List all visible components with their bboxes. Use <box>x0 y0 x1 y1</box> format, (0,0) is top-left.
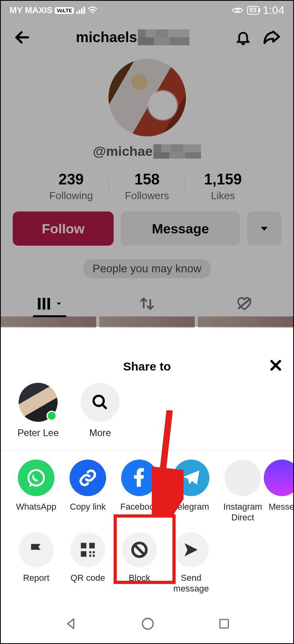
messenger-label: Messenger <box>269 502 292 512</box>
notifications-button[interactable] <box>234 28 253 47</box>
svg-rect-11 <box>93 551 95 553</box>
tab-liked-hidden[interactable] <box>196 291 293 316</box>
status-bar: MY MAXIS VoLTE 93 1:04 <box>1 1 293 20</box>
share-messenger[interactable]: Messenger <box>269 460 292 523</box>
wifi-icon <box>87 6 98 15</box>
eye-icon <box>232 6 243 14</box>
more-contacts-button[interactable]: More <box>76 383 124 438</box>
carrier-label: MY MAXIS <box>10 5 52 16</box>
share-apps-row: WhatsApp Copy link Facebook Telegram Ins… <box>1 451 293 529</box>
svg-point-16 <box>143 619 153 629</box>
svg-rect-4 <box>47 298 50 309</box>
report-button[interactable]: Report <box>10 532 62 594</box>
facebook-label: Facebook <box>114 502 165 512</box>
page-title: michaels <box>76 29 190 46</box>
profile-name-text: michaels <box>76 29 137 46</box>
contact-avatar <box>19 383 58 422</box>
svg-rect-17 <box>220 619 228 628</box>
block-button[interactable]: Block <box>114 532 165 594</box>
block-icon <box>122 532 157 567</box>
search-icon <box>81 383 120 422</box>
share-whatsapp[interactable]: WhatsApp <box>10 460 62 523</box>
svg-rect-3 <box>43 298 45 309</box>
share-telegram[interactable]: Telegram <box>165 460 217 523</box>
svg-rect-8 <box>89 543 95 549</box>
message-button[interactable]: Message <box>121 211 240 246</box>
share-copy-link[interactable]: Copy link <box>62 460 114 523</box>
telegram-label: Telegram <box>165 502 217 512</box>
svg-point-0 <box>92 13 93 14</box>
tab-reposts[interactable] <box>98 291 195 316</box>
svg-rect-2 <box>38 298 41 309</box>
svg-rect-9 <box>81 551 87 557</box>
more-label: More <box>76 427 124 438</box>
facebook-icon <box>121 460 158 496</box>
likes-stat[interactable]: 1,159 Likes <box>185 171 261 202</box>
copylink-label: Copy link <box>62 502 114 512</box>
sheet-title: Share to <box>123 360 171 373</box>
svg-rect-10 <box>89 551 91 553</box>
back-button[interactable] <box>13 28 32 47</box>
contact-label: Peter Lee <box>14 427 62 438</box>
battery-indicator: 93 <box>247 6 259 15</box>
svg-rect-13 <box>93 555 95 557</box>
share-facebook[interactable]: Facebook <box>114 460 165 523</box>
qr-label: QR code <box>62 573 114 583</box>
suggestions-chip[interactable]: People you may know <box>83 259 211 278</box>
censored-handle <box>153 144 201 159</box>
nav-recents[interactable] <box>218 617 230 632</box>
whatsapp-icon <box>18 460 54 496</box>
instagram-label: Instagram Direct <box>217 502 269 523</box>
censored-name <box>138 29 190 45</box>
sheet-actions-row: Report QR code Block Send message <box>1 529 293 606</box>
followers-label: Followers <box>109 190 185 202</box>
clock: 1:04 <box>263 4 285 17</box>
qr-icon <box>70 532 105 567</box>
followers-count: 158 <box>109 171 185 188</box>
svg-point-1 <box>236 9 239 12</box>
close-button[interactable] <box>269 358 283 375</box>
volte-badge: VoLTE <box>55 7 74 14</box>
link-icon <box>70 460 106 496</box>
send-label: Send message <box>165 573 217 594</box>
report-label: Report <box>10 573 62 583</box>
following-count: 239 <box>33 171 109 188</box>
telegram-icon <box>173 460 209 496</box>
likes-count: 1,159 <box>185 171 261 188</box>
profile-avatar[interactable] <box>108 59 186 136</box>
messenger-icon <box>264 460 293 496</box>
dropdown-button[interactable] <box>247 211 281 246</box>
system-nav-bar <box>1 606 293 643</box>
share-button[interactable] <box>262 28 281 47</box>
qr-code-button[interactable]: QR code <box>62 532 114 594</box>
tab-posts[interactable] <box>1 291 98 316</box>
video-grid-peek <box>1 316 293 328</box>
block-label: Block <box>114 573 165 583</box>
handle-text: @michae <box>93 144 153 159</box>
profile-tabs <box>1 291 293 316</box>
send-message-button[interactable]: Send message <box>165 532 217 594</box>
following-label: Following <box>33 190 109 202</box>
contact-peter-lee[interactable]: Peter Lee <box>14 383 62 438</box>
whatsapp-label: WhatsApp <box>10 502 62 512</box>
profile-screen: michaels @michae 239 Following 158 <box>1 20 293 328</box>
nav-back[interactable] <box>64 617 78 632</box>
svg-rect-7 <box>81 543 87 549</box>
send-icon <box>174 532 209 567</box>
share-instagram-direct[interactable]: Instagram Direct <box>217 460 269 523</box>
instagram-icon <box>224 460 261 496</box>
flag-icon <box>19 532 54 567</box>
share-sheet: Share to Peter Lee More WhatsApp <box>1 349 293 606</box>
profile-handle: @michae <box>1 144 293 159</box>
likes-label: Likes <box>185 190 261 202</box>
nav-home[interactable] <box>141 617 155 632</box>
followers-stat[interactable]: 158 Followers <box>109 171 185 202</box>
online-indicator <box>46 411 57 421</box>
following-stat[interactable]: 239 Following <box>33 171 109 202</box>
follow-button[interactable]: Follow <box>13 211 114 246</box>
signal-icon <box>76 7 85 14</box>
svg-rect-12 <box>89 555 91 557</box>
stats-row: 239 Following 158 Followers 1,159 Likes <box>1 171 293 202</box>
